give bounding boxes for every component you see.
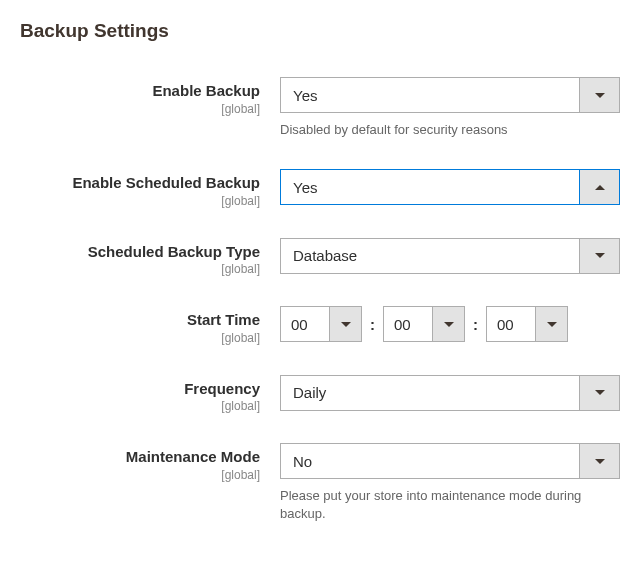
select-value: Yes [281,78,579,112]
dropdown-button[interactable] [579,376,619,410]
field-maintenance-mode: Maintenance Mode [global] No Please put … [20,443,624,523]
label-maintenance-mode: Maintenance Mode [20,447,260,467]
select-enable-scheduled-backup[interactable]: Yes [280,169,620,205]
scope-label: [global] [20,102,260,116]
help-text: Disabled by default for security reasons [280,121,620,139]
chevron-down-icon [444,322,454,327]
chevron-down-icon [595,459,605,464]
select-minute[interactable]: 00 [383,306,465,342]
dropdown-button[interactable] [579,78,619,112]
scope-label: [global] [20,331,260,345]
control-col: Daily [280,375,620,411]
scope-label: [global] [20,194,260,208]
field-start-time: Start Time [global] 00 : 00 : 00 [20,306,624,345]
label-frequency: Frequency [20,379,260,399]
dropdown-button[interactable] [579,444,619,478]
scope-label: [global] [20,262,260,276]
field-scheduled-backup-type: Scheduled Backup Type [global] Database [20,238,624,277]
chevron-up-icon [595,185,605,190]
control-col: 00 : 00 : 00 [280,306,620,342]
select-second[interactable]: 00 [486,306,568,342]
dropdown-button[interactable] [329,307,361,341]
select-value: No [281,444,579,478]
label-scheduled-backup-type: Scheduled Backup Type [20,242,260,262]
select-value: Database [281,239,579,273]
select-value: 00 [281,307,329,341]
time-separator: : [370,316,375,333]
chevron-down-icon [595,390,605,395]
dropdown-button[interactable] [432,307,464,341]
control-col: No Please put your store into maintenanc… [280,443,620,523]
label-col: Frequency [global] [20,375,280,414]
label-col: Enable Backup [global] [20,77,280,116]
select-maintenance-mode[interactable]: No [280,443,620,479]
label-col: Enable Scheduled Backup [global] [20,169,280,208]
label-col: Scheduled Backup Type [global] [20,238,280,277]
dropdown-button[interactable] [579,239,619,273]
select-scheduled-backup-type[interactable]: Database [280,238,620,274]
select-value: 00 [384,307,432,341]
time-separator: : [473,316,478,333]
chevron-down-icon [547,322,557,327]
select-hour[interactable]: 00 [280,306,362,342]
chevron-down-icon [595,93,605,98]
select-value: Yes [281,170,579,204]
label-col: Maintenance Mode [global] [20,443,280,482]
label-enable-scheduled-backup: Enable Scheduled Backup [20,173,260,193]
select-frequency[interactable]: Daily [280,375,620,411]
control-col: Database [280,238,620,274]
scope-label: [global] [20,468,260,482]
select-value: 00 [487,307,535,341]
chevron-down-icon [341,322,351,327]
label-enable-backup: Enable Backup [20,81,260,101]
dropdown-button[interactable] [535,307,567,341]
select-value: Daily [281,376,579,410]
label-col: Start Time [global] [20,306,280,345]
select-enable-backup[interactable]: Yes [280,77,620,113]
section-title: Backup Settings [20,20,624,42]
scope-label: [global] [20,399,260,413]
help-text: Please put your store into maintenance m… [280,487,620,523]
field-frequency: Frequency [global] Daily [20,375,624,414]
time-row: 00 : 00 : 00 [280,306,620,342]
field-enable-scheduled-backup: Enable Scheduled Backup [global] Yes [20,169,624,208]
label-start-time: Start Time [20,310,260,330]
control-col: Yes Disabled by default for security rea… [280,77,620,139]
control-col: Yes [280,169,620,205]
chevron-down-icon [595,253,605,258]
dropdown-button[interactable] [579,170,619,204]
field-enable-backup: Enable Backup [global] Yes Disabled by d… [20,77,624,139]
